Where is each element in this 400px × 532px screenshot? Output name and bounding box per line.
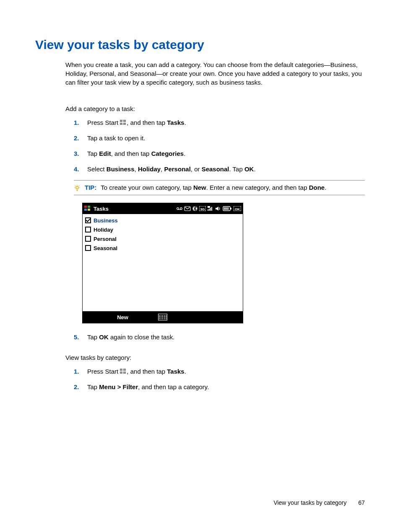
checkbox-icon[interactable] (85, 217, 91, 223)
svg-rect-19 (208, 206, 210, 208)
svg-rect-24 (226, 207, 227, 210)
checkbox-icon[interactable] (85, 227, 91, 232)
step-number: 3. (74, 150, 81, 157)
start-icon (120, 369, 127, 374)
svg-line-5 (75, 186, 75, 186)
step-a5: 5. Tap OK again to close the task. (74, 333, 365, 341)
intro-paragraph: When you create a task, you can add a ca… (65, 60, 365, 87)
step-number: 1. (74, 368, 81, 375)
device-app-title: Tasks (94, 206, 109, 212)
new-button[interactable]: New (83, 314, 163, 320)
svg-rect-18 (211, 207, 212, 211)
ok-icon: OK (234, 206, 241, 211)
tip-callout: TIP: To create your own category, tap Ne… (74, 180, 365, 195)
category-label: Holiday (94, 227, 113, 233)
page-footer: View your tasks by category 67 (273, 499, 365, 506)
signal-icon (208, 206, 213, 211)
page-number: 67 (358, 499, 365, 506)
svg-point-9 (180, 208, 182, 210)
category-row-holiday[interactable]: Holiday (85, 225, 240, 234)
category-row-personal[interactable]: Personal (85, 234, 240, 243)
category-label: Business (94, 217, 118, 224)
step-number: 2. (74, 134, 81, 142)
step-b1: 1. Press Start , and then tap Tasks. (74, 367, 365, 376)
tip-label: TIP: (85, 184, 96, 191)
category-label: Seasonal (94, 245, 117, 251)
status-icons: 3G OK (177, 206, 241, 211)
step-a1: 1. Press Start , and then tap Tasks. (74, 118, 365, 127)
section-a-heading: Add a category to a task: (65, 105, 365, 112)
category-label: Personal (94, 236, 117, 242)
threeg-icon: 3G (199, 206, 206, 211)
device-screenshot: Tasks 3G OK Business Holiday (82, 203, 243, 323)
category-row-business[interactable]: Business (85, 216, 240, 225)
mail-icon (184, 206, 191, 211)
svg-rect-25 (228, 207, 229, 210)
svg-rect-17 (210, 208, 211, 211)
category-row-seasonal[interactable]: Seasonal (85, 243, 240, 253)
svg-rect-7 (77, 190, 78, 191)
bluetooth-icon (192, 206, 197, 211)
device-bottombar: New (83, 311, 243, 323)
svg-text:3G: 3G (200, 207, 205, 211)
device-titlebar: Tasks 3G OK (83, 203, 243, 214)
step-a2: 2. Tap a task to open it. (74, 134, 365, 142)
checkbox-icon[interactable] (85, 236, 91, 242)
checkbox-icon[interactable] (85, 245, 91, 251)
svg-rect-16 (209, 209, 210, 211)
step-number: 1. (74, 119, 81, 126)
section-b-heading: View tasks by category: (65, 354, 365, 361)
step-a4: 4. Select Business, Holiday, Personal, o… (74, 165, 365, 173)
svg-point-0 (76, 186, 78, 189)
step-number: 2. (74, 383, 81, 390)
start-icon (120, 120, 127, 126)
speaker-icon (215, 206, 221, 211)
step-number: 5. (74, 333, 81, 341)
step-a3: 3. Tap Edit, and then tap Categories. (74, 149, 365, 158)
battery-icon (223, 206, 232, 211)
footer-text: View your tasks by category (273, 499, 346, 506)
windows-flag-icon (84, 206, 91, 212)
voicemail-icon (177, 207, 182, 211)
svg-text:OK: OK (235, 207, 240, 211)
svg-rect-22 (224, 207, 225, 210)
device-body: Business Holiday Personal Seasonal (83, 214, 243, 311)
svg-point-8 (177, 208, 179, 210)
svg-line-6 (79, 186, 79, 186)
page-title: View your tasks by category (35, 38, 365, 52)
svg-rect-23 (225, 207, 226, 210)
svg-rect-15 (208, 209, 208, 211)
keyboard-icon[interactable] (158, 314, 167, 320)
step-b2: 2. Tap Menu > Filter, and then tap a cat… (74, 382, 365, 391)
step-number: 4. (74, 165, 81, 173)
svg-rect-21 (230, 208, 231, 209)
lightbulb-icon (74, 185, 81, 191)
